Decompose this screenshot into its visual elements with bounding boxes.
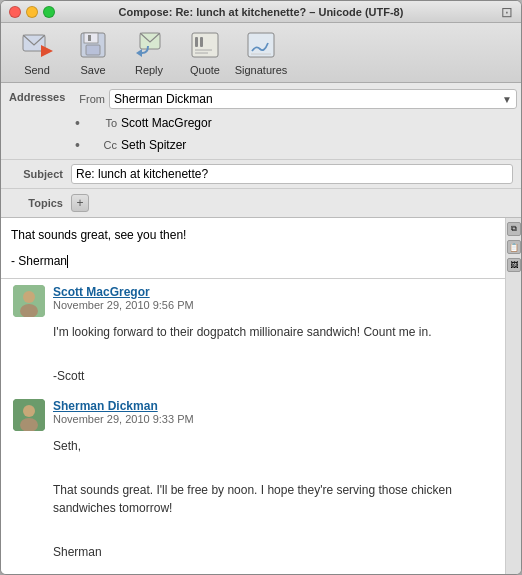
save-label: Save [80, 64, 105, 76]
compose-area: That sounds great, see you then! - Sherm… [1, 218, 505, 574]
cc-value[interactable]: Seth Spitzer [121, 138, 517, 152]
traffic-lights [9, 6, 55, 18]
address-fields: From Sherman Dickman ▼ • To Scott MacGre… [71, 87, 521, 155]
subject-row: Subject [1, 160, 521, 189]
bullet-icon-cc: • [75, 137, 83, 153]
reply-icon [133, 29, 165, 61]
message-sender[interactable]: Sherman Dickman [53, 399, 194, 413]
message-meta: Sherman DickmanNovember 29, 2010 9:33 PM [53, 399, 194, 425]
from-field: From Sherman Dickman ▼ [71, 87, 521, 111]
header-area: Addresses From Sherman Dickman ▼ • To Sc… [1, 83, 521, 218]
from-value: Sherman Dickman [114, 92, 213, 106]
bullet-icon: • [75, 115, 83, 131]
text-cursor [67, 255, 68, 268]
cc-label: Cc [87, 139, 117, 151]
topics-add-button[interactable]: + [71, 194, 89, 212]
addresses-section: Addresses From Sherman Dickman ▼ • To Sc… [1, 83, 521, 160]
topics-row: Topics + [1, 189, 521, 217]
svg-rect-9 [200, 37, 203, 47]
avatar-image [13, 285, 45, 317]
message-block: Sherman DickmanNovember 29, 2010 9:33 PM… [9, 399, 497, 561]
message-body-line [53, 459, 497, 477]
subject-input[interactable] [71, 164, 513, 184]
titlebar: Compose: Re: lunch at kitchenette? – Uni… [1, 1, 521, 23]
compose-line-1: That sounds great, see you then! [11, 226, 495, 244]
to-label: To [87, 117, 117, 129]
message-body: Seth, That sounds great. I'll be free by… [13, 437, 497, 561]
save-icon [77, 29, 109, 61]
paste-icon[interactable]: 📋 [507, 240, 521, 254]
to-field: • To Scott MacGregor [71, 113, 521, 133]
message-body-line: Seth, [53, 437, 497, 455]
message-body-line: That sounds great. I'll be free by noon.… [53, 481, 497, 517]
message-body: I'm looking forward to their dogpatch mi… [13, 323, 497, 385]
right-sidebar: ⧉ 📋 🖼 [505, 218, 521, 574]
message-date: November 29, 2010 9:56 PM [53, 299, 194, 311]
message-header: Scott MacGregorNovember 29, 2010 9:56 PM [13, 285, 497, 317]
save-button[interactable]: Save [67, 29, 119, 77]
cc-field: • Cc Seth Spitzer [71, 135, 521, 155]
message-header: Sherman DickmanNovember 29, 2010 9:33 PM [13, 399, 497, 431]
signatures-button[interactable]: Signatures [235, 29, 287, 77]
message-date: November 29, 2010 9:33 PM [53, 413, 194, 425]
message-sender[interactable]: Scott MacGregor [53, 285, 194, 299]
quote-label: Quote [190, 64, 220, 76]
message-body-line: -Scott [53, 367, 497, 385]
body-area: That sounds great, see you then! - Sherm… [1, 218, 521, 574]
compose-line-2: - Sherman [11, 252, 495, 270]
toolbar: Send Save Repl [1, 23, 521, 83]
window-title: Compose: Re: lunch at kitchenette? – Uni… [119, 6, 404, 18]
reply-button[interactable]: Reply [123, 29, 175, 77]
message-body-line [53, 521, 497, 539]
svg-marker-1 [41, 45, 53, 57]
chevron-down-icon: ▼ [502, 94, 512, 105]
send-label: Send [24, 64, 50, 76]
close-button[interactable] [9, 6, 21, 18]
from-select[interactable]: Sherman Dickman ▼ [109, 89, 517, 109]
quote-icon [189, 29, 221, 61]
resize-button[interactable]: ⊡ [501, 4, 513, 20]
to-value[interactable]: Scott MacGregor [121, 116, 517, 130]
svg-rect-8 [195, 37, 198, 47]
minimize-button[interactable] [26, 6, 38, 18]
maximize-button[interactable] [43, 6, 55, 18]
topics-label: Topics [1, 193, 71, 213]
from-label: From [75, 93, 105, 105]
reply-label: Reply [135, 64, 163, 76]
send-button[interactable]: Send [11, 29, 63, 77]
svg-rect-12 [248, 33, 274, 57]
message-body-line: I'm looking forward to their dogpatch mi… [53, 323, 497, 341]
message-body-line: Sherman [53, 543, 497, 561]
subject-label: Subject [1, 164, 71, 184]
message-block: Scott MacGregorNovember 29, 2010 9:56 PM… [9, 285, 497, 385]
svg-rect-5 [88, 35, 91, 41]
message-body-line [53, 345, 497, 363]
compose-window: Compose: Re: lunch at kitchenette? – Uni… [0, 0, 522, 575]
thread-area[interactable]: Scott MacGregorNovember 29, 2010 9:56 PM… [1, 279, 505, 574]
signatures-icon [245, 29, 277, 61]
svg-rect-4 [86, 45, 100, 55]
compose-text-area[interactable]: That sounds great, see you then! - Sherm… [1, 218, 505, 279]
avatar [13, 399, 45, 431]
image-icon[interactable]: 🖼 [507, 258, 521, 272]
quote-button[interactable]: Quote [179, 29, 231, 77]
avatar [13, 285, 45, 317]
avatar-image [13, 399, 45, 431]
copy-icon[interactable]: ⧉ [507, 222, 521, 236]
addresses-label: Addresses [1, 87, 71, 107]
svg-point-18 [23, 405, 35, 417]
svg-point-15 [23, 291, 35, 303]
send-icon [21, 29, 53, 61]
message-meta: Scott MacGregorNovember 29, 2010 9:56 PM [53, 285, 194, 311]
signatures-label: Signatures [235, 64, 288, 76]
